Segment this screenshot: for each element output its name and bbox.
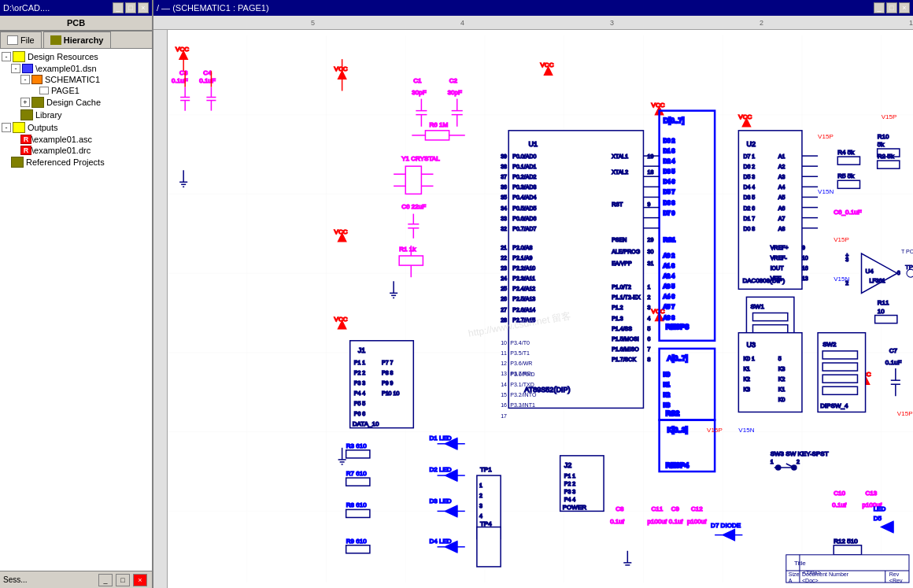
bottom-buttons: _ □ ×: [98, 574, 149, 586]
svg-text:P3.1/TXD: P3.1/TXD: [510, 382, 534, 387]
outputs-icon: [13, 122, 25, 133]
tree-item-design-resources[interactable]: - Design Resources: [2, 50, 150, 63]
svg-text:P2.1/A9: P2.1/A9: [512, 255, 532, 261]
folder-design-resources-icon: [13, 51, 25, 62]
session-label: Sess...: [3, 575, 28, 584]
svg-text:XTAL2: XTAL2: [612, 169, 628, 175]
sch-maximize-btn[interactable]: □: [886, 2, 897, 13]
svg-text:LED: LED: [874, 505, 886, 512]
left-title-text: D:\orCAD....: [3, 3, 50, 13]
ruler-left: [153, 30, 168, 588]
file-tab-icon: [7, 35, 18, 45]
svg-text:29: 29: [648, 237, 654, 242]
tree-item-design-cache[interactable]: + Design Cache: [20, 96, 150, 109]
svg-text:K3: K3: [743, 386, 750, 392]
svg-text:D4  6: D4 6: [663, 179, 675, 184]
tree-item-referenced[interactable]: Referenced Projects: [2, 156, 150, 168]
svg-text:31: 31: [648, 261, 654, 266]
session-max-btn[interactable]: □: [116, 574, 130, 586]
session-min-btn[interactable]: _: [98, 574, 113, 586]
expand-example01-dsn[interactable]: -: [11, 64, 20, 73]
svg-text:P5  5: P5 5: [354, 401, 366, 406]
schematic-content[interactable]: 5 4 3 2 1: [153, 16, 913, 588]
schematic-title-bar: / — (SCHEMATIC1 : PAGE1) _ □ ×: [153, 0, 913, 16]
svg-text:P0.5/AD5: P0.5/AD5: [512, 205, 536, 211]
svg-text:D1  3: D1 3: [663, 148, 675, 153]
tab-file[interactable]: File: [0, 31, 42, 48]
svg-text:C12: C12: [691, 505, 703, 512]
svg-text:K3: K3: [663, 402, 671, 408]
svg-text:9: 9: [802, 245, 805, 250]
svg-text:R6  1M: R6 1M: [429, 121, 448, 128]
svg-text:P3.5/T1: P3.5/T1: [510, 350, 530, 356]
svg-text:3: 3: [479, 503, 482, 508]
tree-item-schematic1[interactable]: - SCHEMATIC1: [20, 74, 150, 85]
example01-asc-label: \example01.asc: [31, 135, 92, 144]
expand-outputs[interactable]: -: [2, 123, 11, 132]
svg-text:6: 6: [648, 336, 651, 342]
svg-text:XTAL1: XTAL1: [612, 153, 628, 159]
svg-text:V15P: V15P: [707, 427, 723, 434]
svg-text:EA/VPP: EA/VPP: [612, 261, 632, 266]
svg-text:P0.3/AD3: P0.3/AD3: [512, 184, 536, 190]
svg-text:P0.7/AD7: P0.7/AD7: [512, 226, 536, 231]
svg-text:R10: R10: [878, 133, 889, 140]
svg-text:P1  1: P1 1: [354, 360, 366, 365]
svg-text:Rev: Rev: [889, 571, 900, 577]
dsn-icon: [22, 64, 33, 73]
svg-text:30pF: 30pF: [412, 89, 426, 96]
svg-text:R7  610: R7 610: [346, 470, 367, 477]
svg-point-353: [792, 465, 797, 470]
svg-text:P3.6/WR: P3.6/WR: [510, 361, 532, 366]
svg-text:K0: K0: [778, 397, 785, 402]
library-icon: [20, 109, 33, 120]
svg-text:LF361: LF361: [870, 278, 885, 283]
svg-text:5: 5: [778, 356, 782, 361]
svg-text:P3  3: P3 3: [354, 380, 366, 386]
expand-design-cache[interactable]: +: [20, 98, 30, 107]
svg-text:P2.4/A12: P2.4/A12: [512, 286, 535, 291]
tree-item-example01-drc[interactable]: R \example01.drc: [11, 145, 150, 156]
svg-text:P2.3/A11: P2.3/A11: [512, 276, 535, 281]
svg-text:D6  2: D6 2: [743, 164, 755, 169]
tab-hierarchy[interactable]: Hierarchy: [43, 31, 111, 48]
svg-text:+: +: [845, 253, 848, 258]
left-maximize-btn[interactable]: □: [125, 2, 136, 13]
svg-text:R4  5k: R4 5k: [837, 149, 855, 156]
svg-text:D1  7: D1 7: [743, 216, 755, 221]
tree-item-library[interactable]: Library: [11, 109, 150, 121]
sch-close-btn[interactable]: ×: [899, 2, 910, 13]
svg-text:ALE/PROG: ALE/PROG: [612, 249, 640, 254]
expand-schematic1[interactable]: -: [20, 75, 30, 84]
svg-text:P0.6/AD6: P0.6/AD6: [512, 216, 536, 221]
schematic-title-text: / — (SCHEMATIC1 : PAGE1): [157, 3, 269, 13]
svg-text:21: 21: [501, 245, 507, 250]
svg-text:15: 15: [501, 392, 507, 398]
design-cache-label: Design Cache: [46, 98, 101, 107]
svg-text:SW2: SW2: [822, 341, 837, 348]
svg-text:V15N: V15N: [818, 188, 834, 195]
svg-text:8: 8: [648, 357, 651, 362]
tree-item-example01-dsn[interactable]: - \example01.dsn: [11, 63, 150, 74]
svg-text:5: 5: [648, 326, 651, 331]
svg-text:POWER: POWER: [563, 504, 587, 511]
session-close-btn[interactable]: ×: [133, 574, 147, 586]
svg-text:P4  4: P4 4: [564, 497, 576, 502]
example01-drc-label: \example01.drc: [31, 146, 91, 155]
sch-minimize-btn[interactable]: _: [874, 2, 885, 13]
schematic-svg: VCC VCC VCC VCC VCC VCC: [168, 30, 913, 588]
svg-text:P1.0/T2: P1.0/T2: [612, 284, 631, 290]
svg-text:V15P: V15P: [897, 411, 913, 418]
svg-text:10: 10: [501, 340, 507, 346]
left-close-btn[interactable]: ×: [138, 2, 149, 13]
svg-text:K0: K0: [663, 372, 671, 377]
tree-item-outputs[interactable]: - Outputs: [2, 121, 150, 134]
tree-item-example01-asc[interactable]: R \example01.asc: [11, 134, 150, 145]
expand-design-resources[interactable]: -: [2, 52, 11, 61]
tree-item-page1[interactable]: PAGE1: [30, 85, 150, 96]
svg-text:K1: K1: [743, 366, 750, 372]
left-minimize-btn[interactable]: _: [113, 2, 124, 13]
svg-text:23: 23: [501, 265, 507, 271]
svg-text:D5  7: D5 7: [663, 189, 675, 194]
asc-icon: R: [20, 135, 31, 144]
